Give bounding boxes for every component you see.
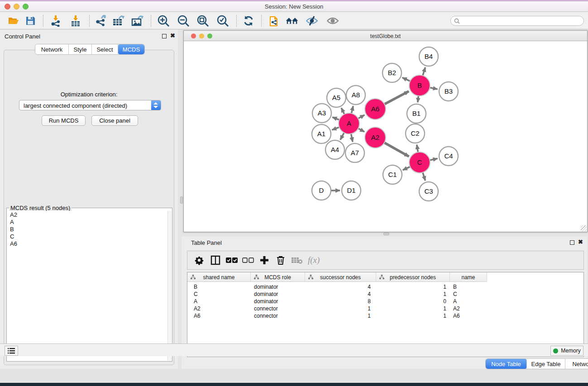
tab-network[interactable]: Network <box>35 44 69 54</box>
graph-node-B1[interactable]: B1 <box>407 104 426 123</box>
close-panel-button[interactable]: Close panel <box>91 115 138 126</box>
mcds-result-item[interactable]: B <box>7 225 168 233</box>
table-cell: connector <box>254 305 302 312</box>
mcds-result-item[interactable]: C <box>7 233 168 240</box>
dropdown-stepper-icon <box>151 100 161 110</box>
graph-node-C1[interactable]: C1 <box>383 165 402 184</box>
criterion-dropdown[interactable]: largest connected component (directed) <box>19 100 161 110</box>
graph-node-B4[interactable]: B4 <box>419 47 438 66</box>
tab-network-table[interactable]: Network Table <box>565 359 588 369</box>
delete-table-icon <box>289 253 305 267</box>
network-window-titlebar: testGlobe.txt <box>184 31 587 41</box>
unselect-all-icon[interactable] <box>240 253 256 267</box>
table-cell: 4 <box>305 291 371 298</box>
settings-gear-icon[interactable] <box>191 253 207 267</box>
task-history-button[interactable] <box>5 346 18 356</box>
table-toolbar: f(x) <box>187 251 584 270</box>
network-canvas[interactable]: B4B2BB3A5A8A3A6AA1A2C2A4A7C4CC1C3DD1B1 <box>184 42 587 232</box>
column-header-mcds-role[interactable]: MCDS role <box>251 272 305 282</box>
desktop-vertical-scroll-thumb[interactable] <box>180 196 183 204</box>
table-cell: A6 <box>194 312 248 319</box>
run-mcds-button[interactable]: Run MCDS <box>42 115 86 126</box>
zoom-out-icon[interactable] <box>177 14 190 27</box>
tab-mcds[interactable]: MCDS <box>118 44 144 54</box>
table-row[interactable]: Adominator80A <box>187 298 583 305</box>
tab-node-table[interactable]: Node Table <box>486 359 527 369</box>
desktop-horizontal-scroll-thumb[interactable] <box>383 233 389 235</box>
graph-node-A3[interactable]: A3 <box>312 104 331 123</box>
table-cell: C <box>194 291 248 298</box>
optimization-criterion-label: Optimization criterion: <box>0 91 178 98</box>
table-row[interactable]: Cdominator41C <box>187 291 583 298</box>
tab-edge-table[interactable]: Edge Table <box>527 359 565 369</box>
import-network-icon[interactable] <box>49 14 62 27</box>
save-session-icon[interactable] <box>24 14 37 27</box>
zoom-fit-icon[interactable] <box>196 14 210 27</box>
export-network-icon[interactable] <box>94 14 107 27</box>
mcds-result-groupbox: MCDS result (5 nodes) A2ABCA6 <box>6 208 172 362</box>
graph-node-C2[interactable]: C2 <box>406 124 425 143</box>
graph-node-A1[interactable]: A1 <box>312 124 331 143</box>
search-field[interactable] <box>450 16 584 26</box>
graph-node-A8[interactable]: A8 <box>346 86 365 105</box>
search-input[interactable] <box>463 17 580 25</box>
graph-node-A4[interactable]: A4 <box>325 140 344 159</box>
split-panel-icon[interactable] <box>207 253 224 267</box>
table-row[interactable]: Bdominator41B <box>187 283 583 291</box>
graph-node-D1[interactable]: D1 <box>342 181 361 200</box>
column-header-predecessor-nodes[interactable]: predecessor nodes <box>376 272 450 282</box>
mcds-result-item[interactable]: A <box>7 218 168 225</box>
graph-node-A2[interactable]: A2 <box>365 127 386 148</box>
table-header: shared name MCDS role successor nodes pr… <box>187 272 487 282</box>
graph-node-A5[interactable]: A5 <box>327 88 346 107</box>
tab-style[interactable]: Style <box>69 44 92 54</box>
refresh-icon[interactable] <box>242 14 255 27</box>
graph-node-A6[interactable]: A6 <box>365 99 386 119</box>
import-table-icon[interactable] <box>69 14 82 27</box>
list-icon <box>8 348 15 354</box>
graph-node-label: C4 <box>444 152 453 160</box>
export-table-icon[interactable] <box>112 14 125 27</box>
memory-button[interactable]: Memory <box>550 346 583 356</box>
graph-node-C[interactable]: C <box>409 152 430 173</box>
network-from-file-icon[interactable] <box>268 14 282 27</box>
graph-node-B[interactable]: B <box>409 75 430 96</box>
table-close-icon[interactable]: ✖ <box>578 238 583 245</box>
mcds-result-item[interactable]: A6 <box>7 240 168 247</box>
show-eye-icon[interactable] <box>326 14 339 27</box>
select-all-icon[interactable] <box>224 253 240 267</box>
graph-node-label: B4 <box>425 52 433 60</box>
graph-node-B2[interactable]: B2 <box>382 63 402 82</box>
hide-eye-icon[interactable] <box>305 14 319 27</box>
add-column-icon[interactable] <box>256 253 272 267</box>
delete-column-icon[interactable] <box>272 253 289 267</box>
mcds-result-item[interactable]: A2 <box>7 211 168 218</box>
column-header-shared-name[interactable]: shared name <box>187 272 251 282</box>
table-row[interactable]: A2connector11A2 <box>187 305 583 312</box>
table-cell: B <box>194 283 248 291</box>
open-session-icon[interactable] <box>7 14 20 27</box>
export-image-icon[interactable] <box>131 14 144 27</box>
graph-node-C3[interactable]: C3 <box>419 182 438 201</box>
graph-node-A[interactable]: A <box>339 113 359 134</box>
graph-node-B3[interactable]: B3 <box>439 82 458 101</box>
table-cell: 4 <box>305 283 371 291</box>
tab-select[interactable]: Select <box>92 44 118 54</box>
column-header-name[interactable]: name <box>450 272 487 282</box>
close-panel-icon[interactable]: ✖ <box>170 32 175 39</box>
graph-node-A7[interactable]: A7 <box>345 143 364 162</box>
table-row[interactable]: A6connector11A6 <box>187 312 583 319</box>
column-header-successor-nodes[interactable]: successor nodes <box>305 272 376 282</box>
home-icon[interactable] <box>285 14 299 27</box>
float-panel-icon[interactable] <box>162 34 167 38</box>
graph-node-label: D <box>319 186 324 194</box>
resize-grip-icon[interactable] <box>581 225 587 231</box>
toolbar-separator <box>261 15 262 27</box>
zoom-in-icon[interactable] <box>157 14 170 27</box>
table-cell: B <box>453 283 485 291</box>
graph-node-C4[interactable]: C4 <box>439 147 458 166</box>
table-float-icon[interactable] <box>570 240 574 245</box>
graph-node-D[interactable]: D <box>312 181 331 200</box>
zoom-selected-icon[interactable] <box>216 14 229 27</box>
mcds-list-scrollbar[interactable] <box>167 211 172 361</box>
